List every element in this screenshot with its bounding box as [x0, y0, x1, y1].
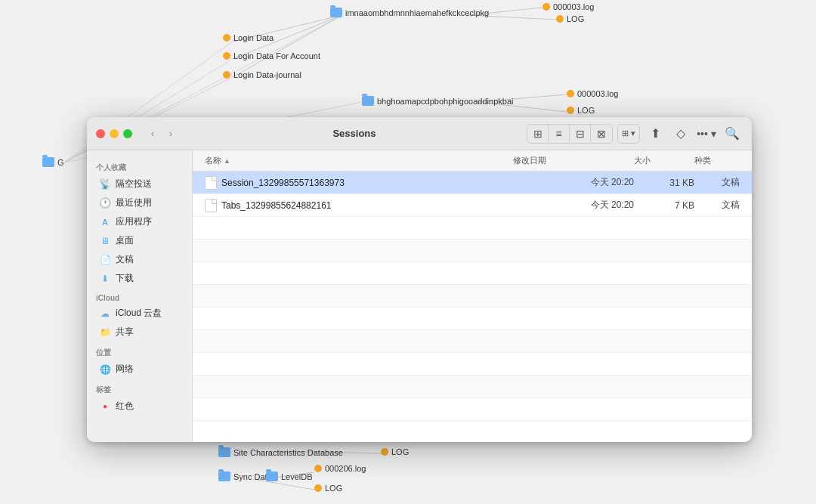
dot-000206-log: [314, 465, 322, 472]
sidebar: 个人收藏 📡 隔空投送 🕐 最近使用 A 应用程序 🖥 桌面 📄 文稿: [87, 150, 193, 442]
traffic-lights: [96, 129, 132, 138]
view-more-group: ⊞ ▾: [617, 124, 640, 144]
sidebar-item-label-red-tag: 红色: [116, 400, 134, 413]
table-row-empty: [193, 376, 752, 398]
dot-login-data-journal: [223, 71, 230, 79]
titlebar: ‹ › Sessions ⊞ ≡ ⊟ ⊠ ⊞ ▾ ⬆ ◇ ••• ▾ 🔍: [87, 117, 752, 150]
node-log-1: LOG: [556, 14, 584, 23]
folder-icon-leveldb: [266, 472, 278, 481]
file-doc-icon-0: [205, 176, 217, 190]
node-login-data-journal: Login Data-journal: [223, 70, 301, 79]
col-header-name[interactable]: 名称 ▲: [205, 155, 513, 166]
sidebar-item-label-desktop: 桌面: [116, 234, 134, 247]
table-row-empty: [193, 240, 752, 262]
action-button[interactable]: ••• ▾: [696, 125, 717, 143]
folder-icon-site-char-db: [218, 447, 230, 457]
documents-icon: 📄: [99, 254, 111, 266]
forward-button[interactable]: ›: [162, 125, 179, 142]
sidebar-item-label-network: 网络: [116, 363, 134, 376]
file-cell-kind-0: 文稿: [694, 176, 740, 189]
col-header-kind[interactable]: 种类: [694, 155, 740, 166]
node-login-data-account: Login Data For Account: [223, 51, 320, 60]
node-000206-log: 000206.log: [314, 464, 366, 473]
tag-button[interactable]: ◇: [670, 125, 691, 143]
table-row-empty: [193, 330, 752, 353]
close-button[interactable]: [96, 129, 105, 138]
shared-icon: 📁: [99, 326, 111, 339]
sidebar-item-airdrop[interactable]: 📡 隔空投送: [90, 175, 189, 193]
table-row-empty: [193, 217, 752, 240]
table-row-empty: [193, 308, 752, 330]
sidebar-item-downloads[interactable]: ⬇ 下载: [90, 269, 189, 288]
minimize-button[interactable]: [110, 129, 119, 138]
node-sync-log: LOG: [314, 484, 342, 493]
icloud-drive-icon: ☁: [99, 308, 111, 320]
sidebar-item-icloud-drive[interactable]: ☁ iCloud 云盘: [90, 304, 189, 323]
sidebar-item-recents[interactable]: 🕐 最近使用: [90, 193, 189, 212]
table-row[interactable]: Tabs_13299855624882161 今天 20:20 7 KB 文稿: [193, 194, 752, 217]
sidebar-item-label-airdrop: 隔空投送: [116, 178, 152, 190]
desktop-icon: 🖥: [99, 235, 111, 247]
dot-000003-log-2: [567, 90, 574, 97]
file-cell-modified-1: 今天 20:20: [513, 199, 634, 212]
dot-login-data-account: [223, 52, 230, 60]
downloads-icon: ⬇: [99, 273, 111, 285]
file-cell-kind-1: 文稿: [694, 199, 740, 212]
file-doc-icon-1: [205, 199, 217, 212]
col-header-size[interactable]: 大小: [634, 155, 694, 166]
apps-icon: A: [99, 216, 111, 228]
sidebar-item-label-downloads: 下载: [116, 272, 134, 285]
dot-sync-log: [314, 484, 322, 492]
file-cell-modified-0: 今天 20:20: [513, 176, 634, 189]
sidebar-item-red-tag[interactable]: ● 红色: [90, 397, 189, 416]
view-mode-group: ⊞ ≡ ⊟ ⊠: [527, 124, 613, 144]
sort-arrow-name: ▲: [224, 157, 230, 165]
node-log-2: LOG: [567, 106, 595, 115]
file-list-area: 名称 ▲ 修改日期 大小 种类 Session_1329: [193, 150, 752, 442]
svg-line-2: [233, 15, 342, 77]
sidebar-item-documents[interactable]: 📄 文稿: [90, 250, 189, 269]
view-grid-button[interactable]: ⊞: [527, 125, 549, 143]
back-button[interactable]: ‹: [144, 125, 161, 142]
network-icon: 🌐: [99, 363, 111, 376]
sidebar-item-label-documents: 文稿: [116, 253, 134, 266]
sidebar-item-desktop[interactable]: 🖥 桌面: [90, 231, 189, 250]
dot-log-1: [556, 15, 564, 23]
node-imnaaomb: imnaaombhdmnnhiaemahefkckceclpkg: [330, 8, 489, 17]
window-title: Sessions: [188, 128, 521, 139]
view-gallery-button[interactable]: ⊠: [591, 125, 612, 143]
maximize-button[interactable]: [123, 129, 132, 138]
file-list-body: Session_13299855571363973 今天 20:20 31 KB…: [193, 172, 752, 442]
node-site-char-db: Site Characteristics Database: [218, 447, 343, 457]
content-area: 个人收藏 📡 隔空投送 🕐 最近使用 A 应用程序 🖥 桌面 📄 文稿: [87, 150, 752, 442]
sidebar-item-apps[interactable]: A 应用程序: [90, 212, 189, 231]
col-header-modified[interactable]: 修改日期: [513, 155, 634, 166]
share-button[interactable]: ⬆: [644, 125, 666, 143]
empty-rows: [193, 217, 752, 421]
view-list-button[interactable]: ≡: [549, 125, 570, 143]
file-cell-name-1: Tabs_13299855624882161: [205, 199, 513, 212]
node-leveldb: LevelDB: [266, 472, 313, 481]
folder-icon-imnaaomb: [330, 8, 342, 17]
view-columns-button[interactable]: ⊟: [570, 125, 591, 143]
table-row[interactable]: Session_13299855571363973 今天 20:20 31 KB…: [193, 172, 752, 194]
red-tag-icon: ●: [99, 400, 111, 413]
node-login-data: Login Data: [223, 33, 274, 42]
node-bhghoama: bhghoamapcdpbohphigooaddinpkbai: [362, 96, 513, 106]
view-extra-button[interactable]: ⊞ ▾: [618, 125, 639, 143]
sidebar-item-network[interactable]: 🌐 网络: [90, 360, 189, 379]
sidebar-item-shared[interactable]: 📁 共享: [90, 323, 189, 342]
sidebar-item-label-icloud-drive: iCloud 云盘: [116, 307, 162, 320]
node-sync-data: Sync Data: [218, 472, 272, 481]
file-list-header: 名称 ▲ 修改日期 大小 种类: [193, 150, 752, 172]
folder-icon-sync-data: [218, 472, 230, 481]
finder-window: ‹ › Sessions ⊞ ≡ ⊟ ⊠ ⊞ ▾ ⬆ ◇ ••• ▾ 🔍 个人收…: [87, 117, 752, 442]
sidebar-item-label-shared: 共享: [116, 326, 134, 339]
table-row-empty: [193, 285, 752, 308]
airdrop-icon: 📡: [99, 178, 111, 190]
file-cell-size-0: 31 KB: [634, 178, 694, 188]
search-button[interactable]: 🔍: [722, 125, 743, 143]
recents-icon: 🕐: [99, 197, 111, 209]
dot-site-char-log: [381, 448, 388, 456]
toolbar-right: ⊞ ≡ ⊟ ⊠ ⊞ ▾ ⬆ ◇ ••• ▾ 🔍: [527, 124, 743, 144]
